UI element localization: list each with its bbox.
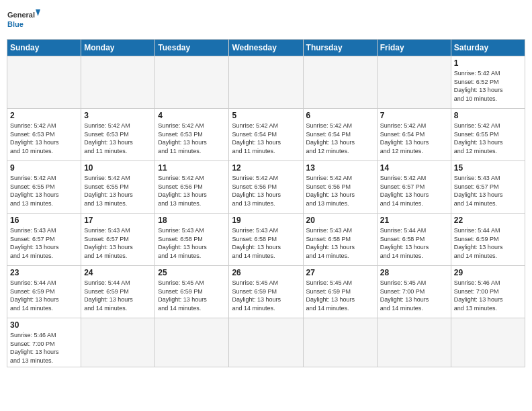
day-number: 11 bbox=[158, 163, 226, 173]
calendar-cell: 10Sunrise: 5:42 AM Sunset: 6:55 PM Dayli… bbox=[81, 161, 155, 214]
day-info: Sunrise: 5:42 AM Sunset: 6:56 PM Dayligh… bbox=[306, 174, 374, 208]
day-number: 24 bbox=[84, 268, 152, 277]
day-info: Sunrise: 5:42 AM Sunset: 6:52 PM Dayligh… bbox=[454, 69, 522, 103]
day-number: 20 bbox=[306, 216, 374, 225]
day-info: Sunrise: 5:45 AM Sunset: 6:59 PM Dayligh… bbox=[158, 279, 226, 312]
day-number: 5 bbox=[232, 111, 300, 120]
calendar-cell bbox=[81, 318, 155, 367]
day-number: 25 bbox=[158, 268, 226, 277]
calendar-cell: 20Sunrise: 5:43 AM Sunset: 6:58 PM Dayli… bbox=[303, 214, 377, 266]
day-number: 28 bbox=[380, 268, 448, 277]
day-header-wednesday: Wednesday bbox=[229, 40, 303, 56]
calendar-cell: 22Sunrise: 5:44 AM Sunset: 6:59 PM Dayli… bbox=[451, 214, 525, 266]
calendar-cell: 23Sunrise: 5:44 AM Sunset: 6:59 PM Dayli… bbox=[7, 266, 81, 318]
day-info: Sunrise: 5:42 AM Sunset: 6:57 PM Dayligh… bbox=[380, 174, 448, 208]
day-number: 1 bbox=[454, 58, 522, 68]
day-number: 18 bbox=[158, 216, 226, 225]
day-number: 15 bbox=[454, 163, 522, 173]
day-info: Sunrise: 5:43 AM Sunset: 6:58 PM Dayligh… bbox=[232, 226, 300, 260]
calendar-cell bbox=[451, 318, 525, 367]
calendar-cell: 19Sunrise: 5:43 AM Sunset: 6:58 PM Dayli… bbox=[229, 214, 303, 266]
calendar-cell: 6Sunrise: 5:42 AM Sunset: 6:54 PM Daylig… bbox=[303, 109, 377, 161]
calendar-cell: 1Sunrise: 5:42 AM Sunset: 6:52 PM Daylig… bbox=[451, 56, 525, 109]
day-info: Sunrise: 5:42 AM Sunset: 6:53 PM Dayligh… bbox=[84, 122, 152, 155]
calendar-cell: 9Sunrise: 5:42 AM Sunset: 6:55 PM Daylig… bbox=[7, 161, 81, 214]
day-number: 23 bbox=[10, 268, 78, 277]
day-info: Sunrise: 5:44 AM Sunset: 6:59 PM Dayligh… bbox=[84, 279, 152, 312]
day-number: 10 bbox=[84, 163, 152, 173]
day-info: Sunrise: 5:44 AM Sunset: 6:59 PM Dayligh… bbox=[10, 279, 78, 312]
day-info: Sunrise: 5:42 AM Sunset: 6:55 PM Dayligh… bbox=[10, 174, 78, 208]
calendar-cell bbox=[229, 56, 303, 109]
calendar-cell: 14Sunrise: 5:42 AM Sunset: 6:57 PM Dayli… bbox=[377, 161, 451, 214]
day-number: 27 bbox=[306, 268, 374, 277]
day-number: 21 bbox=[380, 216, 448, 225]
calendar-cell: 5Sunrise: 5:42 AM Sunset: 6:54 PM Daylig… bbox=[229, 109, 303, 161]
svg-text:General: General bbox=[7, 11, 35, 19]
day-number: 13 bbox=[306, 163, 374, 173]
calendar-cell: 7Sunrise: 5:42 AM Sunset: 6:54 PM Daylig… bbox=[377, 109, 451, 161]
calendar-cell: 2Sunrise: 5:42 AM Sunset: 6:53 PM Daylig… bbox=[7, 109, 81, 161]
day-number: 30 bbox=[10, 320, 78, 330]
day-info: Sunrise: 5:45 AM Sunset: 6:59 PM Dayligh… bbox=[306, 279, 374, 312]
calendar-cell bbox=[7, 56, 81, 109]
day-header-sunday: Sunday bbox=[7, 40, 81, 56]
day-info: Sunrise: 5:46 AM Sunset: 7:00 PM Dayligh… bbox=[10, 331, 78, 365]
calendar-cell bbox=[155, 56, 229, 109]
calendar-cell: 4Sunrise: 5:42 AM Sunset: 6:53 PM Daylig… bbox=[155, 109, 229, 161]
day-info: Sunrise: 5:42 AM Sunset: 6:53 PM Dayligh… bbox=[158, 122, 226, 155]
day-info: Sunrise: 5:43 AM Sunset: 6:58 PM Dayligh… bbox=[158, 226, 226, 260]
calendar-cell: 3Sunrise: 5:42 AM Sunset: 6:53 PM Daylig… bbox=[81, 109, 155, 161]
day-header-thursday: Thursday bbox=[303, 40, 377, 56]
day-info: Sunrise: 5:42 AM Sunset: 6:54 PM Dayligh… bbox=[380, 122, 448, 155]
day-number: 3 bbox=[84, 111, 152, 120]
calendar-table: SundayMondayTuesdayWednesdayThursdayFrid… bbox=[7, 39, 525, 367]
header: General Blue bbox=[7, 7, 525, 34]
calendar-cell bbox=[229, 318, 303, 367]
header-row: SundayMondayTuesdayWednesdayThursdayFrid… bbox=[7, 40, 525, 56]
calendar-cell: 30Sunrise: 5:46 AM Sunset: 7:00 PM Dayli… bbox=[7, 318, 81, 367]
day-header-saturday: Saturday bbox=[451, 40, 525, 56]
calendar-cell: 16Sunrise: 5:43 AM Sunset: 6:57 PM Dayli… bbox=[7, 214, 81, 266]
day-number: 6 bbox=[306, 111, 374, 120]
day-info: Sunrise: 5:43 AM Sunset: 6:57 PM Dayligh… bbox=[84, 226, 152, 260]
calendar-cell: 11Sunrise: 5:42 AM Sunset: 6:56 PM Dayli… bbox=[155, 161, 229, 214]
day-info: Sunrise: 5:44 AM Sunset: 6:59 PM Dayligh… bbox=[454, 226, 522, 260]
calendar-cell: 26Sunrise: 5:45 AM Sunset: 6:59 PM Dayli… bbox=[229, 266, 303, 318]
day-number: 7 bbox=[380, 111, 448, 120]
day-number: 29 bbox=[454, 268, 522, 277]
calendar-cell: 12Sunrise: 5:42 AM Sunset: 6:56 PM Dayli… bbox=[229, 161, 303, 214]
day-info: Sunrise: 5:42 AM Sunset: 6:54 PM Dayligh… bbox=[232, 122, 300, 155]
calendar-cell bbox=[377, 318, 451, 367]
calendar-cell: 27Sunrise: 5:45 AM Sunset: 6:59 PM Dayli… bbox=[303, 266, 377, 318]
day-header-monday: Monday bbox=[81, 40, 155, 56]
logo-svg: General Blue bbox=[7, 7, 40, 34]
calendar-cell bbox=[303, 318, 377, 367]
day-number: 12 bbox=[232, 163, 300, 173]
calendar-cell: 29Sunrise: 5:46 AM Sunset: 7:00 PM Dayli… bbox=[451, 266, 525, 318]
day-info: Sunrise: 5:45 AM Sunset: 6:59 PM Dayligh… bbox=[232, 279, 300, 312]
day-info: Sunrise: 5:43 AM Sunset: 6:58 PM Dayligh… bbox=[306, 226, 374, 260]
calendar-cell bbox=[303, 56, 377, 109]
day-number: 19 bbox=[232, 216, 300, 225]
calendar-cell: 24Sunrise: 5:44 AM Sunset: 6:59 PM Dayli… bbox=[81, 266, 155, 318]
logo: General Blue bbox=[7, 7, 40, 34]
calendar-cell: 8Sunrise: 5:42 AM Sunset: 6:55 PM Daylig… bbox=[451, 109, 525, 161]
day-number: 22 bbox=[454, 216, 522, 225]
day-info: Sunrise: 5:46 AM Sunset: 7:00 PM Dayligh… bbox=[454, 279, 522, 312]
day-number: 16 bbox=[10, 216, 78, 225]
calendar-cell bbox=[155, 318, 229, 367]
day-info: Sunrise: 5:42 AM Sunset: 6:56 PM Dayligh… bbox=[158, 174, 226, 208]
day-info: Sunrise: 5:44 AM Sunset: 6:58 PM Dayligh… bbox=[380, 226, 448, 260]
calendar-cell: 25Sunrise: 5:45 AM Sunset: 6:59 PM Dayli… bbox=[155, 266, 229, 318]
calendar-cell bbox=[377, 56, 451, 109]
day-info: Sunrise: 5:43 AM Sunset: 6:57 PM Dayligh… bbox=[454, 174, 522, 208]
calendar-cell: 13Sunrise: 5:42 AM Sunset: 6:56 PM Dayli… bbox=[303, 161, 377, 214]
day-number: 2 bbox=[10, 111, 78, 120]
day-number: 14 bbox=[380, 163, 448, 173]
day-info: Sunrise: 5:42 AM Sunset: 6:55 PM Dayligh… bbox=[454, 122, 522, 155]
day-number: 4 bbox=[158, 111, 226, 120]
day-info: Sunrise: 5:42 AM Sunset: 6:55 PM Dayligh… bbox=[84, 174, 152, 208]
day-info: Sunrise: 5:42 AM Sunset: 6:56 PM Dayligh… bbox=[232, 174, 300, 208]
day-info: Sunrise: 5:45 AM Sunset: 7:00 PM Dayligh… bbox=[380, 279, 448, 312]
